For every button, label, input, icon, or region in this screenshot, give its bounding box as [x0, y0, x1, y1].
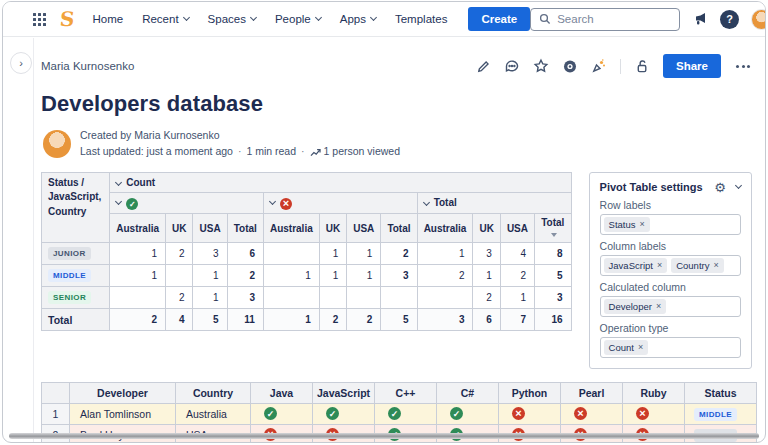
tag-status: Status [604, 217, 650, 232]
col-header-python[interactable]: Python [499, 382, 561, 403]
more-options-icon[interactable] [734, 61, 752, 72]
sidebar-divider [33, 38, 34, 442]
search-input[interactable]: Search [530, 8, 680, 31]
watch-eye-icon[interactable] [562, 58, 578, 74]
pivot-col-header[interactable]: Australia [263, 214, 319, 243]
gear-icon[interactable]: ⚙ [714, 181, 726, 194]
column-labels-input[interactable]: JavaScript Country [600, 255, 741, 276]
row-labels-input[interactable]: Status [600, 214, 741, 235]
byline: Created by Maria Kurnosenko Last updated… [43, 128, 752, 160]
chevron-down-icon [315, 14, 322, 21]
pivot-col-header[interactable]: USA [500, 214, 534, 243]
author-avatar[interactable] [43, 130, 71, 158]
cross-icon [280, 198, 292, 210]
chevron-down-icon [115, 197, 122, 204]
col-header-ruby[interactable]: Ruby [623, 382, 685, 403]
calculated-column-input[interactable]: Developer [600, 296, 741, 317]
pivot-col-header[interactable]: UK [319, 214, 346, 243]
user-avatar[interactable] [751, 9, 766, 30]
read-time: 1 min read [246, 145, 296, 157]
last-updated: Last updated: just a moment ago [80, 145, 233, 157]
nav-people[interactable]: People [275, 13, 321, 25]
expand-sidebar-button[interactable]: › [10, 52, 32, 74]
nav-templates[interactable]: Templates [395, 13, 447, 25]
app-logo[interactable]: S [59, 7, 76, 31]
celebrate-party-icon[interactable] [591, 58, 607, 74]
pivot-group-count[interactable]: Count [110, 172, 571, 192]
chevron-down-icon [269, 198, 276, 205]
pivot-corner-header: Status / JavaScript, Country [42, 172, 110, 243]
chevron-down-icon[interactable] [735, 182, 742, 189]
pivot-col-header[interactable]: UK [473, 214, 500, 243]
pivot-group-check[interactable] [110, 192, 264, 214]
pivot-col-header[interactable]: Australia [110, 214, 166, 243]
status-badge: MIDDLE [48, 269, 91, 282]
search-icon [539, 13, 551, 25]
share-button[interactable]: Share [663, 54, 721, 78]
remove-tag-icon[interactable] [638, 342, 643, 352]
pivot-col-header[interactable]: USA [193, 214, 227, 243]
pivot-col-header-sorted[interactable]: Total [535, 214, 572, 243]
pivot-settings-panel: Pivot Table settings ⚙ Row labels Status… [589, 172, 752, 369]
pivot-col-header[interactable]: Total [227, 214, 263, 243]
pivot-group-total[interactable]: Total [417, 192, 571, 214]
browser-window: S Home Recent Spaces People Apps Templat… [2, 1, 766, 443]
pivot-col-header[interactable]: USA [347, 214, 381, 243]
skill-icon [636, 407, 649, 420]
pivot-col-header[interactable]: Total [381, 214, 417, 243]
chevron-down-icon [423, 199, 430, 206]
col-header-cpp[interactable]: C++ [375, 382, 437, 403]
create-button[interactable]: Create [468, 7, 530, 31]
sort-descending-icon [551, 233, 557, 237]
breadcrumb[interactable]: Maria Kurnosenko [41, 60, 134, 72]
col-header-rownum [42, 382, 70, 403]
comment-icon[interactable] [504, 58, 520, 74]
col-header-java[interactable]: Java [251, 382, 313, 403]
viewed-count[interactable]: 1 person viewed [324, 145, 400, 157]
top-navigation-bar: S Home Recent Spaces People Apps Templat… [3, 2, 765, 37]
field-label-row-labels: Row labels [600, 199, 741, 211]
pivot-col-header[interactable]: UK [166, 214, 193, 243]
search-placeholder: Search [557, 13, 593, 25]
remove-tag-icon[interactable] [640, 219, 645, 229]
pivot-row-total: Total 24511 1225 36716 [42, 309, 572, 331]
unlock-icon[interactable] [634, 58, 650, 74]
page-content: › Maria Kurnosenko [3, 38, 765, 442]
operation-type-input[interactable]: Count [600, 337, 741, 358]
nav-apps[interactable]: Apps [340, 13, 376, 25]
status-badge: SENIOR [48, 291, 91, 304]
col-header-developer[interactable]: Developer [70, 382, 176, 403]
megaphone-icon[interactable] [692, 11, 708, 27]
divider [620, 59, 621, 74]
status-badge: JUNIOR [48, 247, 91, 260]
col-header-pearl[interactable]: Pearl [561, 382, 623, 403]
pivot-group-cross[interactable] [263, 192, 417, 214]
skill-icon [450, 407, 463, 420]
edit-pencil-icon[interactable] [475, 58, 491, 74]
help-icon[interactable]: ? [720, 10, 739, 29]
field-label-operation-type: Operation type [600, 322, 741, 334]
col-header-javascript[interactable]: JavaScript [313, 382, 375, 403]
skill-icon [264, 407, 277, 420]
remove-tag-icon[interactable] [657, 260, 662, 270]
nav-recent[interactable]: Recent [142, 13, 188, 25]
remove-tag-icon[interactable] [713, 260, 718, 270]
app-switcher-icon[interactable] [33, 13, 46, 26]
nav-home[interactable]: Home [92, 13, 123, 25]
settings-title: Pivot Table settings [600, 181, 703, 193]
col-header-csharp[interactable]: C# [437, 382, 499, 403]
skill-icon [388, 407, 401, 420]
chevron-down-icon [115, 178, 122, 185]
col-header-country[interactable]: Country [176, 382, 251, 403]
col-header-status[interactable]: Status [685, 382, 757, 403]
pivot-col-header[interactable]: Australia [417, 214, 473, 243]
skill-icon [574, 407, 587, 420]
nav-spaces[interactable]: Spaces [208, 13, 256, 25]
star-icon[interactable] [533, 58, 549, 74]
field-label-calculated-column: Calculated column [600, 281, 741, 293]
created-by: Created by Maria Kurnosenko [80, 128, 400, 144]
tag-count: Count [604, 340, 649, 355]
chevron-down-icon [250, 14, 257, 21]
page-actions: Share [475, 54, 752, 78]
remove-tag-icon[interactable] [656, 301, 661, 311]
